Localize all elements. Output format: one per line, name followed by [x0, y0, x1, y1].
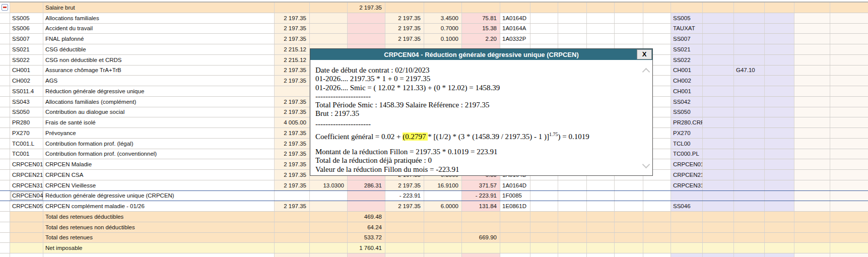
- cell-account-code: [500, 222, 530, 232]
- rubric-label: Réduction générale dégressive unique (CR…: [43, 191, 275, 201]
- row-icon-cell: [0, 66, 10, 76]
- cell-rate-2: [424, 253, 462, 257]
- dialog-titlebar[interactable]: CRPCEN04 - Réduction générale dégressive…: [310, 49, 652, 60]
- cell-empty: [587, 243, 615, 253]
- cell-extra-2: [734, 180, 765, 190]
- rubric-code: SS007: [10, 34, 43, 44]
- cell-link-code: [671, 222, 703, 232]
- minus-box-icon[interactable]: [2, 4, 8, 11]
- cell-amount-2: 669.90: [462, 233, 500, 243]
- rubric-code: CRPCEN01: [10, 159, 43, 169]
- cell-rate-1: [310, 3, 348, 13]
- cell-rate-1: [310, 212, 348, 222]
- cell-extra-1: [703, 191, 734, 201]
- cell-account-code: 1A0164A: [500, 24, 530, 34]
- row-icon-cell: [0, 253, 10, 257]
- table-row[interactable]: Net imposable 1 760.41: [0, 243, 868, 253]
- close-button[interactable]: X: [637, 49, 652, 59]
- cell-right-1: [794, 253, 830, 257]
- cell-empty: [615, 233, 643, 243]
- table-row[interactable]: CRPCEN04 Réduction générale dégressive u…: [0, 191, 868, 202]
- rubric-label: Accident du travail: [43, 24, 275, 34]
- cell-empty: [643, 13, 671, 23]
- cell-right-1: [794, 117, 830, 127]
- cell-extra-2: G47.10: [734, 66, 765, 76]
- cell-extra-3: [765, 253, 794, 257]
- cell-amount-1: [348, 191, 385, 201]
- chevron-down-icon[interactable]: [642, 161, 650, 169]
- cell-amount-1: 2 197.35: [348, 3, 385, 13]
- cell-empty: [530, 180, 558, 190]
- dialog-body: Date de début de contrat : 02/10/2023 01…: [310, 60, 652, 175]
- cell-extra-2: [734, 117, 765, 127]
- cell-right-1: [794, 139, 830, 149]
- cell-empty: [643, 24, 671, 34]
- cell-rate-2: [424, 212, 462, 222]
- rubric-code: CRPCEN04: [10, 191, 43, 201]
- rubric-label: CSG non déductible et CRDS: [43, 55, 275, 65]
- table-row[interactable]: SS006 Accident du travail 2 197.35 2 197…: [0, 24, 868, 34]
- cell-empty: [643, 191, 671, 201]
- table-row[interactable]: Salaire brut 2 197.35: [0, 3, 868, 13]
- cell-account-code: 1A0164D: [500, 180, 530, 190]
- cell-base: 2 197.35: [275, 149, 310, 159]
- rubric-code: PR280: [10, 117, 43, 127]
- cell-empty: [587, 212, 615, 222]
- cell-empty: [558, 222, 587, 232]
- cell-right-2: [830, 149, 868, 159]
- table-row[interactable]: CRPCEN05 CRPCEN complément maladie - 01/…: [0, 201, 868, 212]
- cell-amount-1: 1 760.41: [348, 243, 385, 253]
- cell-extra-2: [734, 86, 765, 96]
- separator-line: ----------------------: [315, 120, 643, 128]
- cell-empty: [587, 201, 615, 211]
- cell-right-2: [830, 3, 868, 13]
- cell-base: 2 197.35: [275, 180, 310, 190]
- cell-amount-2: - 223.91: [462, 191, 500, 201]
- rubric-code: SS011.4: [10, 86, 43, 96]
- cell-right-2: [830, 97, 868, 107]
- cell-link-code: CH001: [671, 86, 703, 96]
- cell-base-2: 2 197.35: [385, 201, 424, 211]
- cell-right-1: [794, 3, 830, 13]
- cell-right-2: [830, 253, 868, 257]
- cell-right-1: [794, 128, 830, 138]
- table-row[interactable]: CRPCEN31 CRPCEN Vieillesse 2 197.35 13.0…: [0, 180, 868, 191]
- rubric-code: SS050: [10, 107, 43, 117]
- cell-link-code: CRPCEN21: [671, 170, 703, 180]
- cell-right-1: [794, 212, 830, 222]
- month-value-line: Valeur de la réduction Fillon du mois = …: [315, 165, 643, 174]
- rubric-code: SS006: [10, 24, 43, 34]
- rubric-label: CRPCEN Vieillesse: [43, 180, 275, 190]
- cell-link-code: TCL00: [671, 139, 703, 149]
- cell-extra-1: [703, 76, 734, 86]
- cell-rate-1: [310, 34, 348, 44]
- chevron-up-icon[interactable]: [642, 68, 650, 76]
- table-row[interactable]: [0, 253, 868, 257]
- row-icon-cell: [0, 139, 10, 149]
- cell-empty: [643, 212, 671, 222]
- cell-link-code: PX270: [671, 128, 703, 138]
- cell-extra-3: [765, 128, 794, 138]
- cell-link-code: SS005: [671, 13, 703, 23]
- cell-right-2: [830, 243, 868, 253]
- cell-rate-2: 0.7000: [424, 24, 462, 34]
- table-row[interactable]: Total des retenues 533.72 669.90: [0, 233, 868, 243]
- rubric-label: Contribution formation prof. (convention…: [43, 149, 275, 159]
- cell-link-code: [671, 253, 703, 257]
- row-icon-cell: [0, 3, 10, 13]
- table-row[interactable]: SS005 Allocations familiales 2 197.35 2 …: [0, 13, 868, 24]
- table-row[interactable]: SS007 FNAL plafonné 2 197.35 2 197.35 0.…: [0, 34, 868, 44]
- cell-right-2: [830, 76, 868, 86]
- cell-rate-2: 0.1000: [424, 34, 462, 44]
- cell-empty: [558, 34, 587, 44]
- cell-right-2: [830, 66, 868, 76]
- rubric-label: CRPCEN CSA: [43, 170, 275, 180]
- table-row[interactable]: Total des retenues déductibles 469.48: [0, 212, 868, 222]
- cell-base: 4 005.00: [275, 117, 310, 127]
- cell-rate-2: [424, 191, 462, 201]
- table-row[interactable]: Total des retenues non déductibles 64.24: [0, 222, 868, 233]
- cell-amount-1: 286.31: [348, 180, 385, 190]
- cell-right-1: [794, 159, 830, 169]
- cell-right-2: [830, 222, 868, 232]
- cell-base-2: [385, 233, 424, 243]
